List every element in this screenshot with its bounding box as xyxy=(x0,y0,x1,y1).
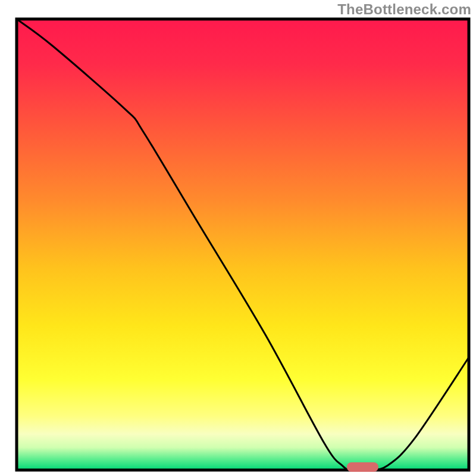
optimal-range-marker xyxy=(347,462,378,472)
bottleneck-chart xyxy=(0,0,476,476)
gradient-background xyxy=(17,19,469,470)
chart-stage: TheBottleneck.com xyxy=(0,0,476,476)
